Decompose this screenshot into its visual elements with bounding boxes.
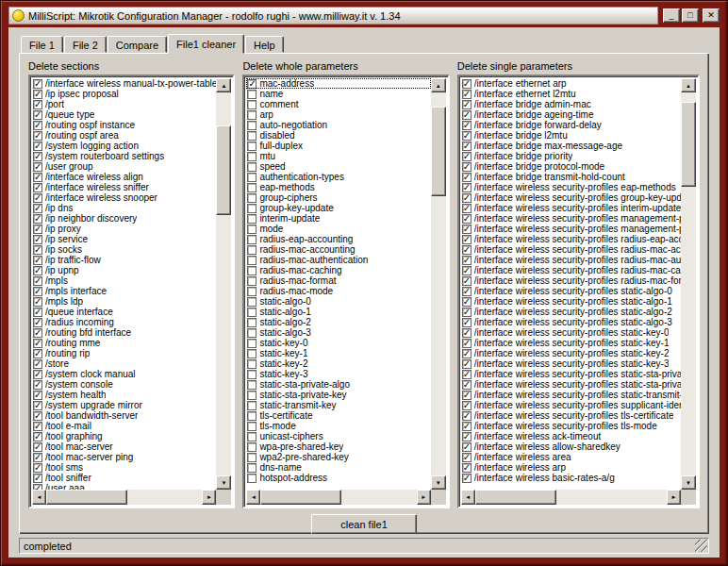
list-item[interactable]: ✓/store — [32, 358, 216, 369]
list-item[interactable]: ✓/mpls — [32, 275, 216, 286]
checkbox-unchecked-icon[interactable] — [247, 225, 256, 234]
checkbox-unchecked-icon[interactable] — [247, 463, 256, 473]
checkbox-unchecked-icon[interactable] — [247, 349, 256, 358]
checkbox-checked-icon[interactable]: ✓ — [462, 266, 472, 275]
list-item[interactable]: radius-mac-mode — [246, 286, 430, 296]
list-item[interactable]: static-key-2 — [246, 358, 430, 369]
checkbox-unchecked-icon[interactable] — [247, 318, 256, 327]
list-item[interactable]: dns-name — [246, 462, 430, 473]
list-item[interactable]: hotspot-address — [246, 473, 430, 483]
list-item[interactable]: authentication-types — [246, 172, 430, 182]
horizontal-scrollbar[interactable]: ◄► — [246, 490, 430, 505]
horizontal-scrollbar[interactable]: ◄► — [461, 490, 681, 505]
checkbox-checked-icon[interactable]: ✓ — [33, 359, 42, 369]
checkbox-unchecked-icon[interactable] — [247, 110, 256, 120]
list-item[interactable]: comment — [246, 99, 430, 109]
checkbox-checked-icon[interactable]: ✓ — [33, 110, 42, 120]
tab-help[interactable]: Help — [245, 36, 284, 53]
checkbox-checked-icon[interactable]: ✓ — [33, 276, 42, 286]
checkbox-unchecked-icon[interactable] — [247, 152, 256, 161]
checkbox-checked-icon[interactable]: ✓ — [462, 318, 472, 327]
list-item[interactable]: ✓/system health — [32, 390, 216, 400]
checkbox-checked-icon[interactable]: ✓ — [462, 90, 472, 99]
list-item[interactable]: static-algo-2 — [246, 317, 430, 327]
checkbox-unchecked-icon[interactable] — [247, 339, 256, 348]
checkbox-checked-icon[interactable]: ✓ — [33, 391, 42, 400]
checkbox-checked-icon[interactable]: ✓ — [33, 173, 42, 182]
checkbox-checked-icon[interactable]: ✓ — [33, 432, 42, 441]
checkbox-checked-icon[interactable]: ✓ — [462, 131, 472, 141]
horizontal-scrollbar[interactable]: ◄► — [32, 490, 216, 505]
list-item[interactable]: ✓/interface wireless basic-rates-a/g — [461, 473, 681, 483]
list-item[interactable]: static-algo-3 — [246, 327, 430, 338]
list-item[interactable]: ✓/ip ipsec proposal — [32, 89, 216, 99]
checkbox-checked-icon[interactable]: ✓ — [33, 183, 42, 192]
list-item[interactable]: ✓/ip upnp — [32, 265, 216, 275]
list-item[interactable]: static-sta-private-algo — [246, 379, 430, 390]
list-item[interactable]: ✓/interface wireless security-profiles s… — [461, 390, 681, 400]
list-item[interactable]: ✓/interface wireless allow-sharedkey — [461, 441, 681, 452]
checkbox-unchecked-icon[interactable] — [247, 90, 256, 99]
checkbox-unchecked-icon[interactable] — [247, 432, 256, 441]
scroll-left-button[interactable]: ◄ — [246, 490, 260, 505]
checkbox-checked-icon[interactable]: ✓ — [462, 183, 472, 192]
checkbox-unchecked-icon[interactable] — [247, 162, 256, 172]
vscroll-track[interactable] — [431, 92, 446, 475]
checkbox-unchecked-icon[interactable] — [247, 370, 256, 379]
checkbox-checked-icon[interactable]: ✓ — [462, 204, 472, 213]
list-item[interactable]: group-key-update — [246, 203, 430, 213]
checkbox-checked-icon[interactable]: ✓ — [462, 152, 472, 161]
list-item[interactable]: static-key-0 — [246, 338, 430, 348]
checkbox-checked-icon[interactable]: ✓ — [462, 453, 472, 462]
vertical-scrollbar[interactable]: ▲▼ — [431, 78, 446, 490]
list-item[interactable]: ✓/ip neighbor discovery — [32, 213, 216, 224]
maximize-button[interactable]: □ — [682, 8, 699, 23]
checkbox-checked-icon[interactable]: ✓ — [33, 401, 42, 410]
list-item[interactable]: ✓/port — [32, 99, 216, 109]
list-item[interactable]: interim-update — [246, 213, 430, 224]
checkbox-checked-icon[interactable]: ✓ — [247, 79, 256, 89]
list-item[interactable]: ✓/interface wireless security-profiles r… — [461, 265, 681, 275]
checkbox-checked-icon[interactable]: ✓ — [33, 287, 42, 296]
list-item[interactable]: unicast-ciphers — [246, 431, 430, 441]
clean-file1-button[interactable]: clean file1 — [311, 514, 417, 534]
list-item[interactable]: static-key-1 — [246, 348, 430, 358]
checkbox-unchecked-icon[interactable] — [247, 276, 256, 286]
checkbox-checked-icon[interactable]: ✓ — [462, 173, 472, 182]
checkbox-checked-icon[interactable]: ✓ — [462, 110, 472, 120]
resize-grip[interactable] — [695, 540, 707, 552]
list-item[interactable]: tls-certificate — [246, 410, 430, 421]
checkbox-checked-icon[interactable]: ✓ — [33, 442, 42, 452]
scroll-right-button[interactable]: ► — [667, 490, 681, 505]
checkbox-checked-icon[interactable]: ✓ — [33, 162, 42, 172]
checkbox-checked-icon[interactable]: ✓ — [33, 370, 42, 379]
scroll-down-button[interactable]: ▼ — [681, 475, 696, 490]
checkbox-checked-icon[interactable]: ✓ — [33, 235, 42, 244]
list-item[interactable]: ✓/routing ospf instance — [32, 120, 216, 130]
list-item[interactable]: ✓/interface wireless align — [32, 172, 216, 182]
checkbox-checked-icon[interactable]: ✓ — [462, 432, 472, 441]
list-item[interactable]: ✓/user group — [32, 161, 216, 172]
checkbox-checked-icon[interactable]: ✓ — [33, 339, 42, 348]
checkbox-checked-icon[interactable]: ✓ — [33, 297, 42, 307]
checkbox-unchecked-icon[interactable] — [247, 131, 256, 141]
hscroll-thumb[interactable] — [260, 490, 341, 505]
checkbox-unchecked-icon[interactable] — [247, 474, 256, 483]
list-item[interactable]: ✓/system clock manual — [32, 369, 216, 379]
checkbox-checked-icon[interactable]: ✓ — [33, 308, 42, 317]
list-item[interactable]: ✓/interface wireless security-profiles r… — [461, 255, 681, 265]
list-item[interactable]: ✓/interface wireless security-profiles g… — [461, 192, 681, 203]
checkbox-checked-icon[interactable]: ✓ — [462, 308, 472, 317]
list-item[interactable]: radius-mac-format — [246, 275, 430, 286]
checkbox-checked-icon[interactable]: ✓ — [33, 79, 42, 89]
list-item[interactable]: ✓/interface wireless manual-tx-power-tab… — [32, 78, 216, 89]
list-item[interactable]: ✓/interface wireless security-profiles s… — [461, 379, 681, 390]
close-button[interactable]: ✕ — [703, 8, 720, 23]
checkbox-checked-icon[interactable]: ✓ — [462, 79, 472, 89]
list-item[interactable]: ✓/interface wireless security-profiles e… — [461, 182, 681, 192]
checkbox-unchecked-icon[interactable] — [247, 453, 256, 462]
vscroll-thumb[interactable] — [216, 125, 231, 215]
list-item[interactable]: ✓/interface wireless security-profiles i… — [461, 203, 681, 213]
vscroll-thumb[interactable] — [681, 102, 696, 187]
checkbox-unchecked-icon[interactable] — [247, 380, 256, 390]
